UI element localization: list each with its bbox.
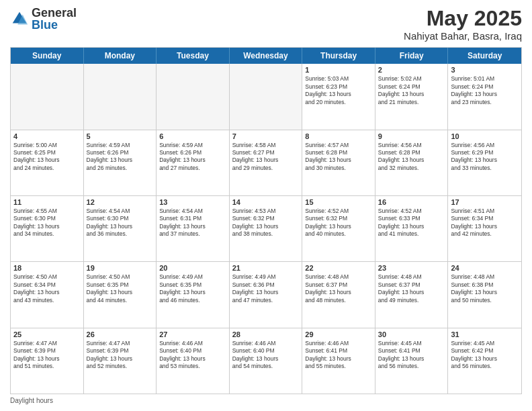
day-number: 13 <box>159 198 226 206</box>
calendar-cell: 14Sunrise: 4:53 AM Sunset: 6:32 PM Dayli… <box>230 196 303 261</box>
calendar-cell: 28Sunrise: 4:46 AM Sunset: 6:40 PM Dayli… <box>230 328 303 394</box>
day-number: 14 <box>232 198 300 206</box>
day-number: 7 <box>232 132 300 140</box>
calendar-cell <box>230 64 303 129</box>
cell-detail: Sunrise: 4:50 AM Sunset: 6:34 PM Dayligh… <box>13 273 81 304</box>
calendar-cell: 22Sunrise: 4:48 AM Sunset: 6:37 PM Dayli… <box>302 262 375 327</box>
day-number: 19 <box>87 264 154 272</box>
calendar-header: SundayMondayTuesdayWednesdayThursdayFrid… <box>11 48 521 64</box>
day-number: 28 <box>232 330 300 338</box>
calendar-cell: 30Sunrise: 4:45 AM Sunset: 6:41 PM Dayli… <box>375 328 449 394</box>
calendar-row-1: 4Sunrise: 5:00 AM Sunset: 6:25 PM Daylig… <box>11 130 521 195</box>
location-title: Nahiyat Bahar, Basra, Iraq <box>404 30 522 42</box>
cell-detail: Sunrise: 4:59 AM Sunset: 6:26 PM Dayligh… <box>87 142 154 173</box>
cell-detail: Sunrise: 4:49 AM Sunset: 6:36 PM Dayligh… <box>232 273 300 304</box>
cell-detail: Sunrise: 5:00 AM Sunset: 6:25 PM Dayligh… <box>13 142 81 173</box>
cell-detail: Sunrise: 4:51 AM Sunset: 6:34 PM Dayligh… <box>451 208 519 238</box>
calendar: SundayMondayTuesdayWednesdayThursdayFrid… <box>10 47 522 394</box>
calendar-cell: 9Sunrise: 4:56 AM Sunset: 6:28 PM Daylig… <box>375 130 449 195</box>
calendar-cell: 27Sunrise: 4:46 AM Sunset: 6:40 PM Dayli… <box>157 328 230 394</box>
day-number: 18 <box>13 264 81 272</box>
calendar-cell: 31Sunrise: 4:45 AM Sunset: 6:42 PM Dayli… <box>448 328 521 394</box>
day-number: 29 <box>305 330 372 338</box>
calendar-cell: 25Sunrise: 4:47 AM Sunset: 6:39 PM Dayli… <box>11 328 84 394</box>
title-block: May 2025 Nahiyat Bahar, Basra, Iraq <box>404 7 522 42</box>
day-number: 9 <box>378 132 445 140</box>
cell-detail: Sunrise: 4:45 AM Sunset: 6:42 PM Dayligh… <box>451 340 519 371</box>
calendar-cell: 23Sunrise: 4:48 AM Sunset: 6:37 PM Dayli… <box>375 262 449 327</box>
day-of-week-saturday: Saturday <box>448 48 521 64</box>
calendar-cell <box>11 64 84 129</box>
day-of-week-wednesday: Wednesday <box>230 48 303 64</box>
footer-note: Daylight hours <box>10 397 522 404</box>
cell-detail: Sunrise: 4:48 AM Sunset: 6:37 PM Dayligh… <box>305 273 372 304</box>
calendar-row-0: 1Sunrise: 5:03 AM Sunset: 6:23 PM Daylig… <box>11 64 521 129</box>
calendar-cell: 13Sunrise: 4:54 AM Sunset: 6:31 PM Dayli… <box>157 196 230 261</box>
cell-detail: Sunrise: 4:59 AM Sunset: 6:26 PM Dayligh… <box>159 142 226 173</box>
day-number: 12 <box>87 198 154 206</box>
cell-detail: Sunrise: 4:46 AM Sunset: 6:40 PM Dayligh… <box>232 340 300 371</box>
logo-blue-text: Blue <box>32 18 58 32</box>
day-number: 17 <box>451 198 519 206</box>
calendar-cell: 1Sunrise: 5:03 AM Sunset: 6:23 PM Daylig… <box>302 64 375 129</box>
day-of-week-tuesday: Tuesday <box>157 48 230 64</box>
calendar-cell: 18Sunrise: 4:50 AM Sunset: 6:34 PM Dayli… <box>11 262 84 327</box>
cell-detail: Sunrise: 4:53 AM Sunset: 6:32 PM Dayligh… <box>232 208 300 238</box>
calendar-cell <box>157 64 230 129</box>
cell-detail: Sunrise: 4:47 AM Sunset: 6:39 PM Dayligh… <box>87 340 154 371</box>
calendar-cell: 15Sunrise: 4:52 AM Sunset: 6:32 PM Dayli… <box>302 196 375 261</box>
calendar-cell: 7Sunrise: 4:58 AM Sunset: 6:27 PM Daylig… <box>230 130 303 195</box>
day-number: 4 <box>13 132 81 140</box>
calendar-cell: 10Sunrise: 4:56 AM Sunset: 6:29 PM Dayli… <box>448 130 521 195</box>
calendar-cell: 21Sunrise: 4:49 AM Sunset: 6:36 PM Dayli… <box>230 262 303 327</box>
cell-detail: Sunrise: 4:57 AM Sunset: 6:28 PM Dayligh… <box>305 142 372 173</box>
day-of-week-sunday: Sunday <box>11 48 84 64</box>
day-of-week-thursday: Thursday <box>302 48 375 64</box>
day-number: 11 <box>13 198 81 206</box>
day-number: 26 <box>87 330 154 338</box>
day-number: 20 <box>159 264 226 272</box>
logo-general-text: General <box>32 6 77 19</box>
day-number: 2 <box>378 66 445 74</box>
day-number: 22 <box>305 264 372 272</box>
cell-detail: Sunrise: 4:56 AM Sunset: 6:28 PM Dayligh… <box>378 142 445 173</box>
calendar-cell: 19Sunrise: 4:50 AM Sunset: 6:35 PM Dayli… <box>84 262 157 327</box>
calendar-cell <box>84 64 157 129</box>
calendar-cell: 20Sunrise: 4:49 AM Sunset: 6:35 PM Dayli… <box>157 262 230 327</box>
cell-detail: Sunrise: 4:49 AM Sunset: 6:35 PM Dayligh… <box>159 273 226 304</box>
day-number: 25 <box>13 330 81 338</box>
calendar-cell: 24Sunrise: 4:48 AM Sunset: 6:38 PM Dayli… <box>448 262 521 327</box>
cell-detail: Sunrise: 4:52 AM Sunset: 6:32 PM Dayligh… <box>305 208 372 238</box>
day-number: 27 <box>159 330 226 338</box>
day-number: 16 <box>378 198 445 206</box>
cell-detail: Sunrise: 4:52 AM Sunset: 6:33 PM Dayligh… <box>378 208 445 238</box>
calendar-cell: 26Sunrise: 4:47 AM Sunset: 6:39 PM Dayli… <box>84 328 157 394</box>
cell-detail: Sunrise: 4:56 AM Sunset: 6:29 PM Dayligh… <box>451 142 519 173</box>
calendar-cell: 16Sunrise: 4:52 AM Sunset: 6:33 PM Dayli… <box>375 196 449 261</box>
cell-detail: Sunrise: 4:55 AM Sunset: 6:30 PM Dayligh… <box>13 208 81 238</box>
day-number: 6 <box>159 132 226 140</box>
day-of-week-monday: Monday <box>84 48 157 64</box>
day-number: 31 <box>451 330 519 338</box>
day-number: 8 <box>305 132 372 140</box>
logo: General Blue <box>10 7 77 31</box>
calendar-cell: 11Sunrise: 4:55 AM Sunset: 6:30 PM Dayli… <box>11 196 84 261</box>
calendar-cell: 4Sunrise: 5:00 AM Sunset: 6:25 PM Daylig… <box>11 130 84 195</box>
calendar-cell: 2Sunrise: 5:02 AM Sunset: 6:24 PM Daylig… <box>375 64 449 129</box>
day-number: 5 <box>87 132 154 140</box>
day-number: 23 <box>378 264 445 272</box>
cell-detail: Sunrise: 4:54 AM Sunset: 6:30 PM Dayligh… <box>87 208 154 238</box>
cell-detail: Sunrise: 4:47 AM Sunset: 6:39 PM Dayligh… <box>13 340 81 371</box>
cell-detail: Sunrise: 4:54 AM Sunset: 6:31 PM Dayligh… <box>159 208 226 238</box>
day-number: 24 <box>451 264 519 272</box>
calendar-row-4: 25Sunrise: 4:47 AM Sunset: 6:39 PM Dayli… <box>11 328 521 394</box>
calendar-cell: 3Sunrise: 5:01 AM Sunset: 6:24 PM Daylig… <box>448 64 521 129</box>
day-number: 3 <box>451 66 519 74</box>
cell-detail: Sunrise: 5:01 AM Sunset: 6:24 PM Dayligh… <box>451 75 519 106</box>
cell-detail: Sunrise: 4:50 AM Sunset: 6:35 PM Dayligh… <box>87 273 154 304</box>
month-title: May 2025 <box>404 7 522 30</box>
calendar-body: 1Sunrise: 5:03 AM Sunset: 6:23 PM Daylig… <box>11 64 521 394</box>
day-number: 1 <box>305 66 372 74</box>
day-number: 21 <box>232 264 300 272</box>
cell-detail: Sunrise: 4:45 AM Sunset: 6:41 PM Dayligh… <box>378 340 445 371</box>
